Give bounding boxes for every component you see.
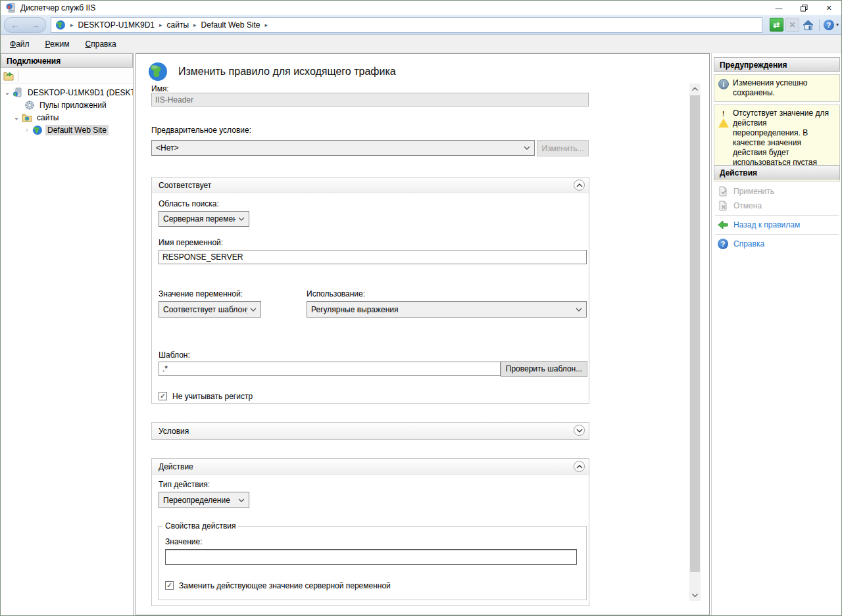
precondition-select[interactable]: <Нет> (151, 140, 535, 156)
apply-action-label: Применить (733, 187, 774, 196)
collapsed-icon[interactable]: › (23, 126, 31, 133)
value-input[interactable] (165, 549, 577, 565)
chevron-down-icon (576, 429, 583, 433)
usage-select[interactable]: Регулярные выражения (307, 301, 587, 318)
forward-icon[interactable]: → (31, 20, 39, 30)
usage-value: Регулярные выражения (311, 305, 573, 314)
warning-icon (718, 109, 729, 120)
back-to-rules-action[interactable]: Назад к правилам (718, 218, 840, 231)
help-dropdown-icon[interactable]: ▾ (836, 22, 839, 28)
variable-value-label: Значение переменной: (159, 289, 243, 298)
menu-help[interactable]: Справка (79, 37, 123, 51)
precondition-label: Предварительное условие: (151, 126, 251, 135)
test-pattern-button[interactable]: Проверить шаблон... (501, 361, 587, 377)
collapse-section-button[interactable] (574, 461, 585, 472)
globe-icon (55, 20, 66, 30)
vertical-scrollbar[interactable] (689, 83, 701, 601)
chevron-down-icon (692, 594, 698, 597)
connections-tree: ⌄ DESKTOP-U1MK9D1 (DESKTOP Пулы приложен… (1, 86, 133, 136)
cancel-icon (718, 201, 728, 211)
breadcrumb: ▸ DESKTOP-U1MK9D1 ▸ сайты ▸ Default Web … (51, 17, 762, 33)
tree-item-default-web-site[interactable]: › Default Web Site (1, 124, 133, 136)
tree-item-sites-label[interactable]: сайты (35, 112, 61, 123)
scope-value: Серверная переменн (163, 214, 235, 224)
tree-item-app-pools-label[interactable]: Пулы приложений (37, 100, 109, 110)
alerts-header: Предупреждения (714, 57, 840, 72)
connections-toolbar (1, 68, 133, 84)
connections-header: Подключения (1, 53, 133, 68)
action-section-header: Действие (152, 459, 589, 475)
action-type-label: Тип действия: (159, 480, 210, 489)
variable-name-label: Имя переменной: (159, 238, 223, 247)
chevron-up-icon (692, 87, 698, 91)
action-type-select[interactable]: Переопределение (159, 492, 249, 508)
expanded-icon[interactable]: ⌄ (12, 114, 20, 121)
breadcrumb-separator-icon[interactable]: ▸ (262, 22, 270, 28)
cancel-action: Отмена (718, 199, 840, 212)
breadcrumb-server[interactable]: DESKTOP-U1MK9D1 (76, 20, 157, 30)
help-icon[interactable]: ? (824, 20, 834, 30)
name-input (151, 93, 589, 107)
tree-item-server-label[interactable]: DESKTOP-U1MK9D1 (DESKTOP (26, 87, 133, 98)
usage-label: Использование: (307, 289, 365, 298)
scope-select[interactable]: Серверная переменн (159, 211, 249, 227)
scroll-up-icon[interactable] (689, 83, 701, 95)
tree-item-default-web-site-label[interactable]: Default Web Site (45, 125, 109, 135)
cancel-action-label: Отмена (733, 201, 762, 210)
scroll-down-icon[interactable] (689, 590, 701, 601)
scrollbar-thumb[interactable] (690, 95, 700, 572)
action-section: Действие Тип действия: Переопределение С… (151, 458, 589, 606)
variable-value-select[interactable]: Соответствует шаблону (159, 301, 261, 318)
edit-precondition-button: Изменить... (537, 140, 589, 156)
menu-file[interactable]: Файл (3, 37, 36, 51)
help-action[interactable]: ? Справка (718, 237, 840, 250)
breadcrumb-default-web-site[interactable]: Default Web Site (199, 20, 263, 30)
actions-separator (715, 234, 839, 235)
help-action-label[interactable]: Справка (733, 239, 764, 249)
action-section-title: Действие (159, 462, 193, 471)
actions-header: Действия (714, 165, 840, 179)
save-connection-icon[interactable] (3, 71, 14, 82)
restore-icon[interactable] (791, 1, 816, 15)
chevron-down-icon (238, 498, 245, 502)
action-properties-group: Свойства действия Значение: ✓ Заменить д… (158, 521, 587, 600)
refresh-icon[interactable]: ⇄ (770, 18, 783, 32)
back-to-rules-label[interactable]: Назад к правилам (733, 220, 800, 229)
replace-value-label: Заменить действующее значение серверной … (179, 581, 391, 590)
collapse-section-button[interactable] (574, 179, 585, 191)
expanded-icon[interactable]: ⌄ (3, 89, 11, 96)
value-label: Значение: (165, 537, 203, 546)
replace-value-checkbox[interactable]: ✓ (165, 581, 174, 590)
tree-item-app-pools[interactable]: Пулы приложений (1, 99, 133, 111)
breadcrumb-sites[interactable]: сайты (164, 20, 192, 30)
window-title: Диспетчер служб IIS (20, 3, 95, 12)
server-icon (12, 87, 23, 98)
ignore-case-checkbox[interactable]: ✓ (159, 392, 167, 400)
conditions-section-header: Условия (152, 423, 589, 439)
conditions-section-title: Условия (159, 427, 189, 436)
app-pools-icon (24, 100, 35, 110)
nav-cloud: ← → (4, 17, 46, 33)
conditions-section: Условия (151, 422, 589, 440)
minimize-icon[interactable]: — (766, 1, 791, 15)
tree-item-sites[interactable]: ⌄ сайты (1, 111, 133, 124)
breadcrumb-separator-icon[interactable]: ▸ (191, 22, 199, 28)
match-section: Соответствует Область поиска: Серверная … (151, 177, 589, 404)
close-icon[interactable]: ✕ (816, 1, 841, 15)
site-globe-icon (32, 125, 43, 135)
app-icon (6, 3, 16, 13)
home-icon[interactable] (801, 18, 815, 32)
menu-mode[interactable]: Режим (39, 37, 76, 51)
chevron-down-icon (524, 146, 530, 150)
pattern-input[interactable] (159, 362, 501, 376)
breadcrumb-separator-icon[interactable]: ▸ (157, 22, 164, 28)
back-arrow-icon (718, 220, 728, 230)
tree-item-server[interactable]: ⌄ DESKTOP-U1MK9D1 (DESKTOP (1, 86, 133, 99)
info-alert-text: Изменения успешно сохранены. (733, 78, 835, 98)
back-icon[interactable]: ← (11, 20, 19, 30)
action-properties-legend: Свойства действия (162, 521, 238, 531)
variable-name-input[interactable] (159, 250, 587, 264)
connections-panel: Подключения ⌄ DESKTOP-U1MK9D1 (DESKTOP (1, 53, 134, 616)
expand-section-button[interactable] (574, 425, 585, 436)
chevron-down-icon (250, 308, 257, 312)
